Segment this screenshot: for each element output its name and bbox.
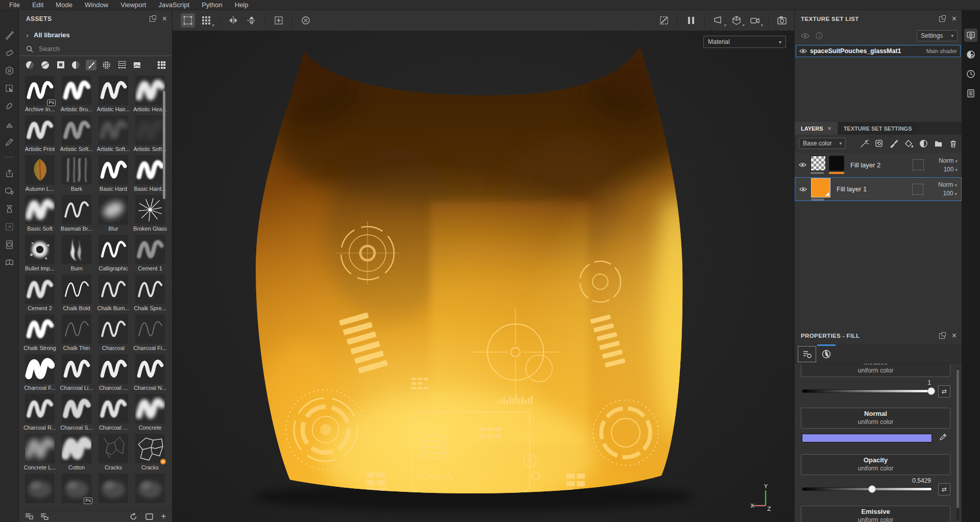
- filter-particles-icon[interactable]: [101, 60, 112, 70]
- brush-item[interactable]: Bullet Imp...: [21, 235, 58, 275]
- menu-item[interactable]: Mode: [50, 0, 79, 10]
- symmetry-vertical-icon[interactable]: [244, 13, 259, 28]
- menu-item[interactable]: Help: [229, 0, 255, 10]
- refresh-assets-icon[interactable]: [130, 513, 137, 520]
- brush-item[interactable]: Chalk Bold: [58, 275, 95, 314]
- brush-item[interactable]: Artistic Bru...: [58, 76, 95, 115]
- layer-mask-thumbnail[interactable]: [811, 156, 826, 171]
- property-slider[interactable]: [802, 487, 932, 491]
- eye-icon[interactable]: [799, 48, 807, 54]
- filter-alphas-icon[interactable]: [55, 60, 66, 70]
- brush-item[interactable]: ● Cracks: [132, 434, 168, 474]
- brush-item[interactable]: Chalk Spre...: [132, 275, 168, 314]
- camera-projection-icon[interactable]: ▾: [711, 13, 725, 28]
- filter-materials-icon[interactable]: [24, 60, 35, 70]
- paint-tool-icon[interactable]: [3, 29, 15, 41]
- brush-item[interactable]: Charcoal F...: [21, 354, 58, 394]
- eyedropper-icon[interactable]: [939, 433, 947, 441]
- add-frame-icon[interactable]: [272, 13, 286, 28]
- export-icon[interactable]: [3, 167, 15, 179]
- brush-item[interactable]: Bark: [58, 155, 95, 195]
- menu-item[interactable]: Edit: [26, 0, 50, 10]
- filter-brushes-icon[interactable]: [86, 60, 96, 70]
- list-view-folder-icon[interactable]: [40, 513, 48, 520]
- marquee-select-icon[interactable]: [181, 13, 195, 28]
- slider-handle[interactable]: [868, 485, 876, 493]
- undock-panel-icon[interactable]: [150, 16, 155, 22]
- brush-item[interactable]: Cement 2: [21, 275, 58, 314]
- shader-settings-icon[interactable]: [964, 48, 977, 61]
- undock-panel-icon[interactable]: [939, 16, 945, 22]
- menu-item[interactable]: File: [3, 0, 26, 10]
- brush-item[interactable]: Concrete: [132, 394, 168, 434]
- search-input[interactable]: [38, 44, 140, 53]
- library-book-icon[interactable]: [3, 256, 15, 268]
- brush-item[interactable]: Chalk Thin: [58, 314, 95, 354]
- brush-item[interactable]: Charcoal ...: [95, 354, 132, 394]
- close-panel-icon[interactable]: ×: [952, 332, 957, 339]
- blend-mode-dropdown[interactable]: Norm▾: [939, 157, 958, 164]
- delete-layer-icon[interactable]: [949, 139, 958, 148]
- filter-smart-masks-icon[interactable]: [116, 60, 127, 70]
- brush-item[interactable]: Burn: [58, 235, 95, 275]
- brush-item[interactable]: Blur: [95, 195, 132, 235]
- brush-item[interactable]: Charcoal N...: [132, 354, 168, 394]
- property-group-header[interactable]: Metallic uniform color: [801, 364, 950, 377]
- brush-item[interactable]: Basmati Br...: [58, 195, 95, 235]
- brush-item[interactable]: [95, 474, 132, 507]
- brush-item[interactable]: Artistic Soft...: [95, 115, 132, 155]
- eraser-tool-icon[interactable]: [3, 46, 15, 59]
- resources-icon[interactable]: [3, 238, 15, 251]
- add-folder-icon[interactable]: [934, 139, 943, 148]
- expose-parameter-button[interactable]: ⇄: [938, 385, 950, 397]
- layer-content-thumbnail[interactable]: [829, 156, 844, 171]
- brush-item[interactable]: Basic Soft: [21, 195, 58, 235]
- history-icon[interactable]: [964, 67, 977, 81]
- menu-item[interactable]: Viewport: [114, 0, 152, 10]
- close-panel-icon[interactable]: ×: [162, 15, 167, 22]
- smudge-tool-icon[interactable]: [3, 100, 15, 112]
- menu-item[interactable]: Window: [79, 0, 114, 10]
- fill-color-thumbnail[interactable]: [811, 178, 830, 197]
- texture-set-settings-dropdown[interactable]: Settings ▾: [917, 30, 958, 41]
- brush-item[interactable]: Charcoal Li...: [58, 354, 95, 394]
- channel-filter-dropdown[interactable]: Base color ▾: [799, 138, 846, 149]
- brush-item[interactable]: Cotton: [58, 434, 95, 474]
- display-settings-icon[interactable]: [964, 29, 977, 42]
- brush-item[interactable]: Chalk Strong: [21, 314, 58, 354]
- brush-item[interactable]: Artistic Print: [21, 115, 58, 155]
- brush-item[interactable]: Chalk Bum...: [95, 275, 132, 314]
- asset-export-icon[interactable]: [3, 185, 15, 197]
- brush-item[interactable]: Autumn L...: [21, 155, 58, 195]
- display-mode-cube-icon[interactable]: ▾: [729, 13, 744, 28]
- brush-item[interactable]: [21, 474, 58, 507]
- layer-row[interactable]: Fill layer 1 Norm▾ 100▾: [795, 177, 962, 201]
- layer-visibility-eye-icon[interactable]: [799, 162, 806, 167]
- uv-tiling-icon[interactable]: [913, 159, 924, 170]
- filter-smart-materials-icon[interactable]: [40, 60, 51, 70]
- uv-tiling-icon[interactable]: [912, 184, 923, 195]
- expand-view-icon[interactable]: [3, 220, 15, 233]
- texture-set-row[interactable]: spaceSuitPouches_glassMat1 Main shader: [796, 45, 961, 57]
- brush-item[interactable]: Artistic Soft...: [58, 115, 95, 155]
- uv-tile-grid-icon[interactable]: ▾: [199, 13, 213, 28]
- layer-opacity-dropdown[interactable]: 100▾: [943, 190, 957, 197]
- menu-item[interactable]: JavaScript: [152, 0, 195, 10]
- tab-texture-set-settings[interactable]: TEXTURE SET SETTINGS: [838, 122, 918, 135]
- brush-item[interactable]: Ps: [58, 474, 95, 507]
- properties-scrollbar[interactable]: [957, 367, 959, 520]
- brush-item[interactable]: Broken Glass: [132, 195, 168, 235]
- show-all-texture-sets-icon[interactable]: [801, 33, 810, 39]
- brush-item[interactable]: Charcoal ...: [95, 394, 132, 434]
- add-asset-icon[interactable]: +: [161, 513, 166, 520]
- brush-item[interactable]: Basic Hard: [95, 155, 132, 195]
- add-effect-icon[interactable]: [860, 139, 869, 148]
- symmetry-horizontal-icon[interactable]: [226, 13, 240, 28]
- properties-tab-parameters[interactable]: [798, 346, 816, 362]
- log-icon[interactable]: [964, 87, 977, 100]
- properties-tab-material[interactable]: [816, 344, 837, 364]
- slider-handle[interactable]: [927, 387, 935, 395]
- layer-visibility-eye-icon[interactable]: [799, 187, 807, 192]
- brush-item[interactable]: Cracks: [95, 434, 132, 474]
- list-view-save-icon[interactable]: [25, 513, 33, 520]
